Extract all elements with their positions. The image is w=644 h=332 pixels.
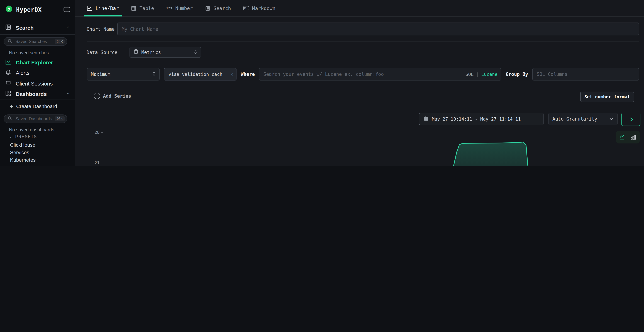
tab-table[interactable]: Table [131,0,154,16]
saved-searches-input[interactable] [15,39,52,44]
granularity-select[interactable]: Auto Granularity [548,113,618,125]
tab-number[interactable]: 123 Number [166,0,193,16]
sidebar: HyperDX Search ⌃ ⌘K No saved searches Ch… [0,0,75,166]
plus-circle-icon: + [94,93,100,99]
separator: | [476,72,479,77]
where-search-input[interactable] [259,68,501,80]
divider [86,64,639,64]
svg-text:28: 28 [94,130,100,135]
kbd-shortcut: ⌘K [55,39,65,44]
search-doc-icon [205,6,210,11]
line-chart-icon [86,5,92,11]
chart-name-label: Chart Name [86,26,115,32]
presets-toggle[interactable]: ⌄ PRESETS [9,134,37,139]
line-chart-icon [5,59,12,66]
bell-icon [5,69,12,76]
create-dashboard-button[interactable]: + Create Dashboard [10,104,57,109]
data-source-select[interactable]: Metrics [130,47,201,58]
date-range-picker[interactable]: May 27 10:14:11 - May 27 11:14:11 [419,113,544,125]
sidebar-item-alerts[interactable]: Alerts [5,69,30,76]
divider [0,99,75,100]
dashboards-grid-icon [5,90,12,98]
aggregation-select[interactable]: Maximum [87,68,160,80]
saved-dashboards-search[interactable]: ⌘K [4,114,67,123]
table-icon [131,6,136,11]
data-source-label: Data Source [86,50,117,55]
saved-dashboards-input[interactable] [15,116,52,122]
lucene-mode-toggle[interactable]: Lucene [481,72,497,77]
svg-text:21: 21 [94,160,100,166]
sidebar-collapse-icon[interactable] [63,6,70,14]
app-logo[interactable]: HyperDX [5,5,42,14]
database-icon [134,49,138,56]
preset-clickhouse[interactable]: ClickHouse [10,142,36,148]
updown-chevrons-icon [152,71,156,77]
set-number-format-button[interactable]: Set number format [580,92,634,102]
plus-icon: + [10,104,13,109]
metric-field-tag[interactable]: visa_validation_cach ✕ [164,68,236,80]
date-range-text: May 27 10:14:11 - May 27 11:14:11 [432,116,521,122]
time-series-chart[interactable]: 07142128May 27 10:14:00 AM10:23:00 AM10:… [75,129,644,166]
no-saved-dashboards-text: No saved dashboards [9,127,54,132]
chart-name-input[interactable] [118,22,639,36]
divider [86,41,639,42]
add-series-button[interactable]: + Add Series [94,93,131,99]
series-row: Maximum visa_validation_cach ✕ Where SQL… [87,68,639,80]
sql-mode-toggle[interactable]: SQL [466,72,474,77]
tab-search[interactable]: Search [205,0,231,16]
chevron-down-icon [609,116,614,122]
main-content: Line/Bar Table 123 Number Search M↓ Ma [75,0,644,166]
calendar-icon [424,116,428,122]
search-icon [8,38,12,45]
search-icon [8,116,12,122]
no-saved-searches-text: No saved searches [9,50,49,56]
sidebar-item-chart-explorer[interactable]: Chart Explorer [5,59,53,66]
saved-searches-search[interactable]: ⌘K [4,37,67,46]
preset-services[interactable]: Services [10,150,29,155]
sidebar-item-client-sessions[interactable]: Client Sessions [5,80,53,87]
chevron-down-icon: ⌄ [9,135,12,138]
number-123-icon: 123 [166,6,172,10]
sidebar-section-dashboards[interactable]: Dashboards [5,90,47,98]
play-icon [628,116,634,122]
chevron-up-icon[interactable]: ⌃ [66,92,70,96]
hyperdx-chart-explorer: HyperDX Search ⌃ ⌘K No saved searches Ch… [0,0,644,166]
close-icon[interactable]: ✕ [230,72,233,77]
divider [0,34,75,35]
tab-line-bar[interactable]: Line/Bar [86,0,119,16]
search-section-icon [5,24,12,32]
app-title: HyperDX [16,6,42,13]
group-by-input[interactable] [532,68,639,80]
markdown-icon: M↓ [243,6,249,10]
run-query-button[interactable] [622,113,640,126]
divider [86,108,639,108]
preset-kubernetes[interactable]: Kubernetes [10,157,36,163]
where-label: Where [241,72,255,77]
group-by-label: Group By [506,72,528,77]
laptop-icon [5,80,12,87]
chevron-up-icon[interactable]: ⌃ [66,26,70,30]
kbd-shortcut: ⌘K [55,116,65,122]
tab-markdown[interactable]: M↓ Markdown [243,0,276,16]
hyperdx-logo-icon [5,5,13,14]
divider [86,88,639,88]
updown-chevrons-icon [194,49,197,55]
sidebar-section-search[interactable]: Search [5,24,34,32]
chart-type-tabs: Line/Bar Table 123 Number Search M↓ Ma [75,0,644,17]
